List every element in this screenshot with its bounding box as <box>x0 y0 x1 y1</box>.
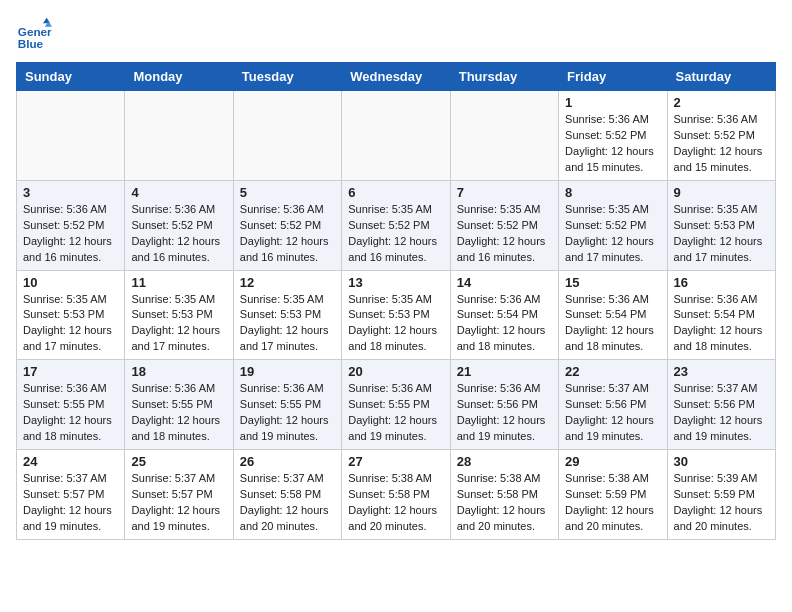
svg-marker-2 <box>43 18 50 23</box>
calendar-header-tuesday: Tuesday <box>233 63 341 91</box>
day-number: 12 <box>240 275 335 290</box>
day-info: Sunrise: 5:35 AMSunset: 5:53 PMDaylight:… <box>674 202 769 266</box>
calendar-cell: 4Sunrise: 5:36 AMSunset: 5:52 PMDaylight… <box>125 180 233 270</box>
calendar-header-sunday: Sunday <box>17 63 125 91</box>
day-number: 25 <box>131 454 226 469</box>
day-info: Sunrise: 5:38 AMSunset: 5:59 PMDaylight:… <box>565 471 660 535</box>
day-info: Sunrise: 5:36 AMSunset: 5:52 PMDaylight:… <box>23 202 118 266</box>
day-info: Sunrise: 5:35 AMSunset: 5:52 PMDaylight:… <box>348 202 443 266</box>
day-info: Sunrise: 5:35 AMSunset: 5:52 PMDaylight:… <box>457 202 552 266</box>
calendar-cell: 24Sunrise: 5:37 AMSunset: 5:57 PMDayligh… <box>17 450 125 540</box>
day-info: Sunrise: 5:35 AMSunset: 5:53 PMDaylight:… <box>348 292 443 356</box>
calendar-header-monday: Monday <box>125 63 233 91</box>
day-number: 9 <box>674 185 769 200</box>
calendar-cell: 14Sunrise: 5:36 AMSunset: 5:54 PMDayligh… <box>450 270 558 360</box>
day-info: Sunrise: 5:37 AMSunset: 5:56 PMDaylight:… <box>565 381 660 445</box>
day-info: Sunrise: 5:36 AMSunset: 5:54 PMDaylight:… <box>565 292 660 356</box>
calendar-table: SundayMondayTuesdayWednesdayThursdayFrid… <box>16 62 776 540</box>
day-info: Sunrise: 5:36 AMSunset: 5:52 PMDaylight:… <box>674 112 769 176</box>
day-number: 28 <box>457 454 552 469</box>
day-number: 26 <box>240 454 335 469</box>
calendar-cell: 9Sunrise: 5:35 AMSunset: 5:53 PMDaylight… <box>667 180 775 270</box>
calendar-cell: 13Sunrise: 5:35 AMSunset: 5:53 PMDayligh… <box>342 270 450 360</box>
calendar-cell: 16Sunrise: 5:36 AMSunset: 5:54 PMDayligh… <box>667 270 775 360</box>
calendar-header-friday: Friday <box>559 63 667 91</box>
day-number: 1 <box>565 95 660 110</box>
calendar-cell: 12Sunrise: 5:35 AMSunset: 5:53 PMDayligh… <box>233 270 341 360</box>
calendar-week-row: 17Sunrise: 5:36 AMSunset: 5:55 PMDayligh… <box>17 360 776 450</box>
calendar-cell: 28Sunrise: 5:38 AMSunset: 5:58 PMDayligh… <box>450 450 558 540</box>
calendar-header-thursday: Thursday <box>450 63 558 91</box>
day-info: Sunrise: 5:37 AMSunset: 5:58 PMDaylight:… <box>240 471 335 535</box>
day-info: Sunrise: 5:37 AMSunset: 5:57 PMDaylight:… <box>23 471 118 535</box>
calendar-cell: 6Sunrise: 5:35 AMSunset: 5:52 PMDaylight… <box>342 180 450 270</box>
day-number: 8 <box>565 185 660 200</box>
calendar-cell: 25Sunrise: 5:37 AMSunset: 5:57 PMDayligh… <box>125 450 233 540</box>
calendar-cell <box>125 91 233 181</box>
day-info: Sunrise: 5:38 AMSunset: 5:58 PMDaylight:… <box>348 471 443 535</box>
calendar-cell: 5Sunrise: 5:36 AMSunset: 5:52 PMDaylight… <box>233 180 341 270</box>
day-info: Sunrise: 5:36 AMSunset: 5:52 PMDaylight:… <box>131 202 226 266</box>
calendar-body: 1Sunrise: 5:36 AMSunset: 5:52 PMDaylight… <box>17 91 776 540</box>
day-info: Sunrise: 5:36 AMSunset: 5:54 PMDaylight:… <box>674 292 769 356</box>
day-info: Sunrise: 5:36 AMSunset: 5:52 PMDaylight:… <box>240 202 335 266</box>
calendar-week-row: 10Sunrise: 5:35 AMSunset: 5:53 PMDayligh… <box>17 270 776 360</box>
day-number: 20 <box>348 364 443 379</box>
day-info: Sunrise: 5:36 AMSunset: 5:52 PMDaylight:… <box>565 112 660 176</box>
day-info: Sunrise: 5:38 AMSunset: 5:58 PMDaylight:… <box>457 471 552 535</box>
day-info: Sunrise: 5:35 AMSunset: 5:52 PMDaylight:… <box>565 202 660 266</box>
calendar-cell: 2Sunrise: 5:36 AMSunset: 5:52 PMDaylight… <box>667 91 775 181</box>
calendar-cell: 15Sunrise: 5:36 AMSunset: 5:54 PMDayligh… <box>559 270 667 360</box>
logo: General Blue <box>16 16 52 52</box>
calendar-week-row: 24Sunrise: 5:37 AMSunset: 5:57 PMDayligh… <box>17 450 776 540</box>
day-number: 27 <box>348 454 443 469</box>
day-info: Sunrise: 5:37 AMSunset: 5:56 PMDaylight:… <box>674 381 769 445</box>
calendar-week-row: 3Sunrise: 5:36 AMSunset: 5:52 PMDaylight… <box>17 180 776 270</box>
calendar-header-saturday: Saturday <box>667 63 775 91</box>
day-number: 4 <box>131 185 226 200</box>
calendar-cell: 1Sunrise: 5:36 AMSunset: 5:52 PMDaylight… <box>559 91 667 181</box>
day-info: Sunrise: 5:35 AMSunset: 5:53 PMDaylight:… <box>23 292 118 356</box>
day-number: 14 <box>457 275 552 290</box>
calendar-cell <box>450 91 558 181</box>
day-number: 19 <box>240 364 335 379</box>
day-number: 7 <box>457 185 552 200</box>
calendar-cell: 10Sunrise: 5:35 AMSunset: 5:53 PMDayligh… <box>17 270 125 360</box>
day-number: 24 <box>23 454 118 469</box>
day-info: Sunrise: 5:36 AMSunset: 5:54 PMDaylight:… <box>457 292 552 356</box>
calendar-header-row: SundayMondayTuesdayWednesdayThursdayFrid… <box>17 63 776 91</box>
day-info: Sunrise: 5:35 AMSunset: 5:53 PMDaylight:… <box>240 292 335 356</box>
day-number: 10 <box>23 275 118 290</box>
day-number: 21 <box>457 364 552 379</box>
calendar-cell: 23Sunrise: 5:37 AMSunset: 5:56 PMDayligh… <box>667 360 775 450</box>
day-info: Sunrise: 5:37 AMSunset: 5:57 PMDaylight:… <box>131 471 226 535</box>
calendar-cell: 27Sunrise: 5:38 AMSunset: 5:58 PMDayligh… <box>342 450 450 540</box>
calendar-cell: 8Sunrise: 5:35 AMSunset: 5:52 PMDaylight… <box>559 180 667 270</box>
day-number: 23 <box>674 364 769 379</box>
day-info: Sunrise: 5:35 AMSunset: 5:53 PMDaylight:… <box>131 292 226 356</box>
day-number: 16 <box>674 275 769 290</box>
calendar-cell: 18Sunrise: 5:36 AMSunset: 5:55 PMDayligh… <box>125 360 233 450</box>
day-number: 18 <box>131 364 226 379</box>
calendar-cell: 20Sunrise: 5:36 AMSunset: 5:55 PMDayligh… <box>342 360 450 450</box>
day-number: 3 <box>23 185 118 200</box>
calendar-cell: 29Sunrise: 5:38 AMSunset: 5:59 PMDayligh… <box>559 450 667 540</box>
calendar-cell: 3Sunrise: 5:36 AMSunset: 5:52 PMDaylight… <box>17 180 125 270</box>
day-number: 15 <box>565 275 660 290</box>
day-info: Sunrise: 5:36 AMSunset: 5:55 PMDaylight:… <box>131 381 226 445</box>
day-info: Sunrise: 5:36 AMSunset: 5:56 PMDaylight:… <box>457 381 552 445</box>
calendar-cell: 21Sunrise: 5:36 AMSunset: 5:56 PMDayligh… <box>450 360 558 450</box>
calendar-cell: 30Sunrise: 5:39 AMSunset: 5:59 PMDayligh… <box>667 450 775 540</box>
calendar-cell <box>233 91 341 181</box>
calendar-header-wednesday: Wednesday <box>342 63 450 91</box>
day-number: 11 <box>131 275 226 290</box>
day-number: 29 <box>565 454 660 469</box>
calendar-cell: 19Sunrise: 5:36 AMSunset: 5:55 PMDayligh… <box>233 360 341 450</box>
day-number: 6 <box>348 185 443 200</box>
calendar-cell <box>342 91 450 181</box>
day-number: 13 <box>348 275 443 290</box>
calendar-cell: 22Sunrise: 5:37 AMSunset: 5:56 PMDayligh… <box>559 360 667 450</box>
day-info: Sunrise: 5:36 AMSunset: 5:55 PMDaylight:… <box>240 381 335 445</box>
calendar-cell: 7Sunrise: 5:35 AMSunset: 5:52 PMDaylight… <box>450 180 558 270</box>
svg-text:Blue: Blue <box>18 37 44 50</box>
